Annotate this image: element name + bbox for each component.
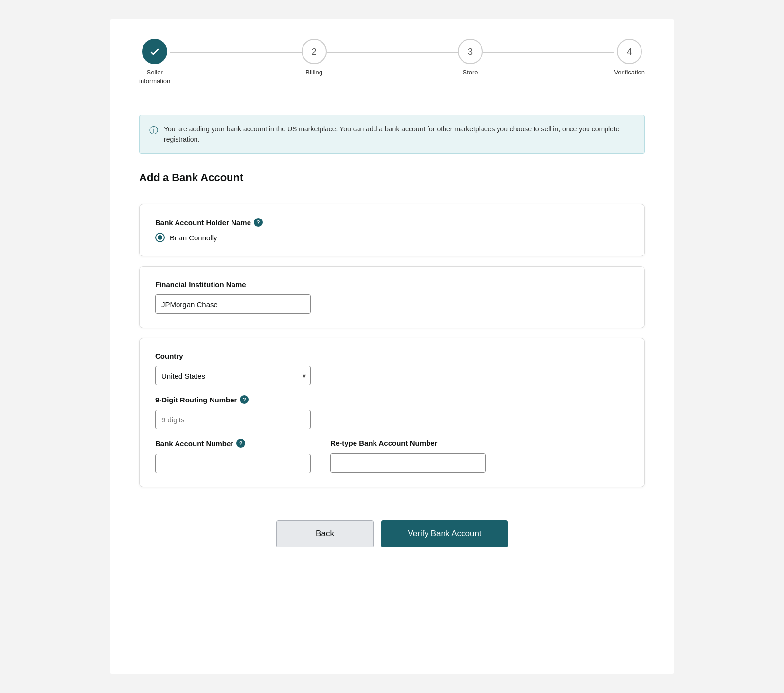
stepper: Sellerinformation 2 Billing 3 Store 4 Ve… xyxy=(139,39,645,95)
step-3-label: Store xyxy=(463,68,478,77)
verify-bank-account-button[interactable]: Verify Bank Account xyxy=(381,520,508,547)
bank-holder-label: Bank Account Holder Name ? xyxy=(155,218,629,227)
bank-holder-radio[interactable] xyxy=(155,233,165,242)
bank-account-holder-card: Bank Account Holder Name ? Brian Connoll… xyxy=(139,204,645,256)
connector-2-3 xyxy=(327,52,458,53)
section-divider xyxy=(139,192,645,192)
routing-field-group: 9-Digit Routing Number ? xyxy=(155,395,629,429)
bank-holder-name: Brian Connolly xyxy=(170,234,217,242)
routing-help-icon[interactable]: ? xyxy=(240,395,249,404)
account-number-input[interactable] xyxy=(155,454,311,473)
step-2-circle: 2 xyxy=(302,39,327,64)
step-3-circle: 3 xyxy=(458,39,483,64)
step-1-label: Sellerinformation xyxy=(139,68,170,86)
connector-1-2 xyxy=(170,52,301,53)
checkmark-icon xyxy=(149,46,160,57)
info-banner: ⓘ You are adding your bank account in th… xyxy=(139,115,645,154)
country-label: Country xyxy=(155,352,629,360)
financial-institution-label: Financial Institution Name xyxy=(155,280,629,289)
retype-account-number-input[interactable] xyxy=(330,453,486,473)
account-number-row: Bank Account Number ? Re-type Bank Accou… xyxy=(155,439,629,473)
step-verification: 4 Verification xyxy=(614,39,645,77)
button-row: Back Verify Bank Account xyxy=(139,511,645,547)
info-banner-text: You are adding your bank account in the … xyxy=(164,124,635,145)
back-button[interactable]: Back xyxy=(276,520,374,547)
step-billing: 2 Billing xyxy=(302,39,327,77)
connector-3-4 xyxy=(483,52,614,53)
financial-institution-card: Financial Institution Name xyxy=(139,266,645,328)
bank-holder-help-icon[interactable]: ? xyxy=(254,218,263,227)
step-2-label: Billing xyxy=(305,68,322,77)
step-store: 3 Store xyxy=(458,39,483,77)
retype-account-number-label: Re-type Bank Account Number xyxy=(330,439,486,447)
account-number-label: Bank Account Number ? xyxy=(155,439,311,448)
section-title: Add a Bank Account xyxy=(139,171,645,184)
account-number-field-group: Bank Account Number ? xyxy=(155,439,311,473)
step-1-circle xyxy=(142,39,167,64)
retype-account-number-field-group: Re-type Bank Account Number xyxy=(330,439,486,473)
country-field-group: Country United States Canada United King… xyxy=(155,352,629,385)
banking-details-card: Country United States Canada United King… xyxy=(139,338,645,487)
routing-number-input[interactable] xyxy=(155,410,311,429)
step-4-label: Verification xyxy=(614,68,645,77)
account-number-help-icon[interactable]: ? xyxy=(236,439,245,448)
bank-holder-option[interactable]: Brian Connolly xyxy=(155,233,629,242)
info-icon: ⓘ xyxy=(149,125,158,136)
country-select-wrapper: United States Canada United Kingdom Aust… xyxy=(155,366,311,385)
routing-label: 9-Digit Routing Number ? xyxy=(155,395,629,404)
country-select[interactable]: United States Canada United Kingdom Aust… xyxy=(155,366,311,385)
step-4-circle: 4 xyxy=(617,39,642,64)
step-seller-information: Sellerinformation xyxy=(139,39,170,86)
financial-institution-input[interactable] xyxy=(155,294,311,314)
page-container: Sellerinformation 2 Billing 3 Store 4 Ve… xyxy=(110,19,674,674)
